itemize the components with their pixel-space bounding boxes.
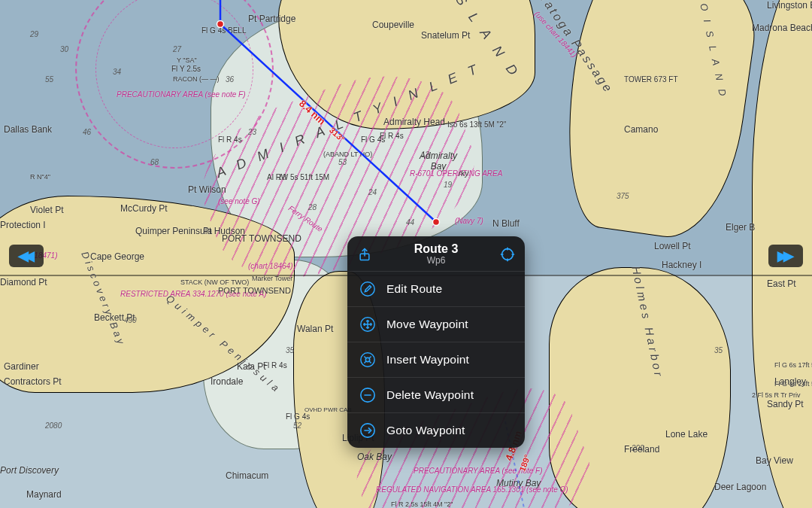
depth-sounding: 55 <box>45 75 53 84</box>
minus-circle-icon <box>359 387 376 403</box>
menu-item-delete-waypoint[interactable]: Delete Waypoint <box>347 377 525 412</box>
menu-item-label: Delete Waypoint <box>386 388 474 402</box>
prev-chart-button[interactable]: ◀◀ <box>9 245 44 267</box>
menu-item-insert-waypoint[interactable]: Insert Waypoint <box>347 342 525 377</box>
map-label: Deer Lagoon <box>714 482 766 492</box>
map-label: Elger B <box>726 222 755 233</box>
popover-menu: Edit Route Move Waypoint <box>347 271 525 448</box>
popover-subtitle: Wp6 <box>374 256 498 266</box>
map-note: R N"4" <box>30 173 50 181</box>
map-label: Port Discovery <box>0 465 59 476</box>
map-label: N Bluff <box>492 218 520 229</box>
arrow-circle-icon <box>359 422 376 439</box>
menu-item-label: Goto Waypoint <box>386 424 465 437</box>
map-note: (use chart 18441) <box>533 10 579 59</box>
popover-header: Route 3 Wp6 <box>347 236 525 271</box>
map-label: Chimacum <box>226 470 268 481</box>
fast-forward-icon: ▶▶ <box>777 249 789 263</box>
map-label: Dallas Bank <box>4 124 52 135</box>
menu-item-label: Edit Route <box>386 282 442 296</box>
menu-item-goto-waypoint[interactable]: Goto Waypoint <box>347 412 525 448</box>
map-label: Lowell Pt <box>654 241 691 251</box>
menu-item-edit-route[interactable]: Edit Route <box>347 271 525 306</box>
target-icon <box>499 246 516 263</box>
next-chart-button[interactable]: ▶▶ <box>768 245 803 267</box>
depth-sounding: 29 <box>30 30 38 38</box>
target-button[interactable] <box>498 245 517 264</box>
popover-title: Route 3 <box>374 242 498 256</box>
landmass <box>553 0 765 245</box>
map-label: Hackney I <box>662 260 701 270</box>
app-viewport: 29 30 55 34 46 68 27 36 23 18 28 53 24 1… <box>0 0 812 508</box>
svg-point-4 <box>361 282 374 296</box>
insert-circle-icon <box>359 351 376 368</box>
menu-item-move-waypoint[interactable]: Move Waypoint <box>347 306 525 342</box>
depth-sounding: 30 <box>60 45 68 53</box>
menu-item-label: Move Waypoint <box>386 318 468 331</box>
menu-item-label: Insert Waypoint <box>386 353 469 367</box>
svg-point-3 <box>502 249 514 260</box>
depth-sounding: 46 <box>83 128 91 136</box>
share-button[interactable] <box>355 245 374 264</box>
rewind-icon: ◀◀ <box>18 249 30 263</box>
move-circle-icon <box>359 316 376 333</box>
map-label: Maynard <box>26 489 62 500</box>
share-icon <box>357 247 372 262</box>
depth-sounding: 2080 <box>45 421 62 430</box>
waypoint-popover: Route 3 Wp6 Edit Route <box>347 236 525 448</box>
pencil-circle-icon <box>359 281 376 297</box>
